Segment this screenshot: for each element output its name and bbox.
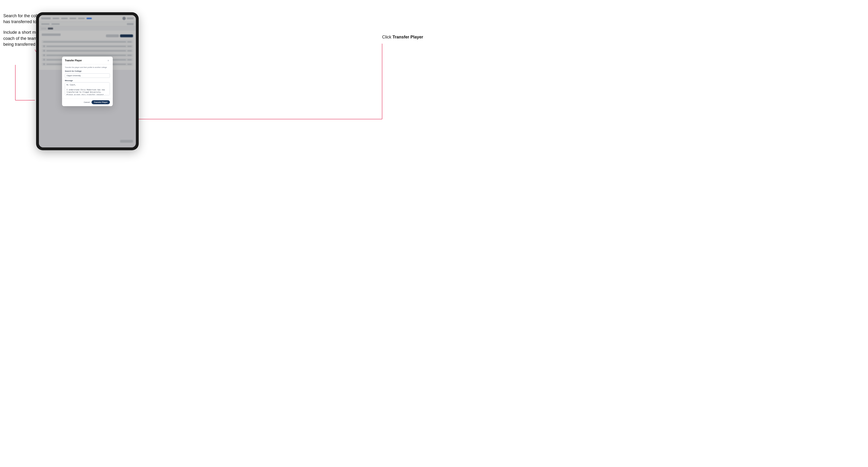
- modal-footer: Cancel Transfer Player: [62, 99, 113, 106]
- annotation-right: Click Transfer Player: [382, 34, 432, 40]
- message-label: Message: [65, 80, 110, 82]
- modal-overlay: Transfer Player × Transfer the player an…: [39, 15, 136, 148]
- transfer-player-modal: Transfer Player × Transfer the player an…: [62, 57, 113, 106]
- modal-title: Transfer Player: [65, 59, 82, 62]
- annotation-transfer-label: Transfer Player: [393, 35, 423, 39]
- modal-subtitle: Transfer the player and their profile to…: [65, 66, 110, 68]
- tablet-frame: Transfer Player × Transfer the player an…: [36, 12, 139, 150]
- modal-header: Transfer Player ×: [62, 57, 113, 64]
- modal-close-button[interactable]: ×: [106, 59, 110, 62]
- search-college-label: Search for College: [65, 70, 110, 72]
- message-textarea[interactable]: Hi Coach, I understand Chris Robertson h…: [65, 82, 110, 95]
- search-college-input[interactable]: [65, 73, 110, 78]
- tablet-screen: Transfer Player × Transfer the player an…: [39, 15, 136, 148]
- cancel-button[interactable]: Cancel: [84, 101, 90, 103]
- modal-body: Transfer the player and their profile to…: [62, 64, 113, 99]
- transfer-player-button[interactable]: Transfer Player: [92, 100, 110, 104]
